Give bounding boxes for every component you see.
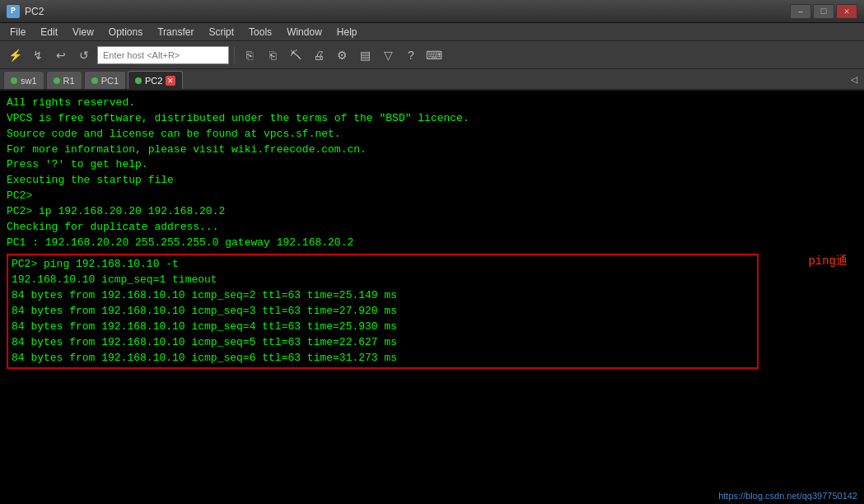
window-controls: – □ ✕ — [790, 4, 857, 19]
ping-line: 84 bytes from 192.168.10.10 icmp_seq=3 t… — [12, 304, 754, 320]
menu-item-view[interactable]: View — [66, 25, 100, 40]
key-button[interactable]: ⌨ — [424, 45, 444, 65]
copy-button[interactable]: ⎘ — [240, 45, 259, 65]
settings-button[interactable]: ⚙ — [332, 45, 352, 65]
terminal-line: All rights reserved. — [7, 96, 857, 111]
tab-pc2[interactable]: PC2✕ — [128, 71, 183, 89]
separator-1 — [234, 47, 235, 63]
menu-item-edit[interactable]: Edit — [34, 25, 64, 40]
terminal-line: Checking for duplicate address... — [7, 220, 857, 236]
tab-pc1[interactable]: PC1 — [84, 71, 126, 89]
refresh-button[interactable]: ↺ — [74, 45, 94, 65]
close-button[interactable]: ✕ — [836, 4, 857, 19]
ping-line: 192.168.10.10 icmp_seq=1 timeout — [12, 273, 754, 288]
tabs-bar: sw1R1PC1PC2✕ ◁ — [0, 69, 864, 91]
terminal[interactable]: All rights reserved.VPCS is free softwar… — [0, 91, 864, 504]
sftp-button[interactable]: ⛏ — [286, 45, 306, 65]
properties-button[interactable]: ▤ — [355, 45, 375, 65]
ping-line: PC2> ping 192.168.10.10 -t — [12, 257, 754, 273]
connect-button[interactable]: ↯ — [28, 45, 48, 65]
tab-status-dot — [11, 77, 17, 84]
minimize-button[interactable]: – — [790, 4, 811, 19]
toolbar: ⚡ ↯ ↩ ↺ ⎘ ⎗ ⛏ 🖨 ⚙ ▤ ▽ ? ⌨ — [0, 41, 864, 69]
terminal-line: Press '?' to get help. — [7, 157, 857, 173]
ping-line: 84 bytes from 192.168.10.10 icmp_seq=6 t… — [12, 351, 754, 366]
host-input[interactable] — [97, 46, 229, 64]
menu-bar: FileEditViewOptionsTransferScriptToolsWi… — [0, 23, 864, 41]
ping-line: 84 bytes from 192.168.10.10 icmp_seq=5 t… — [12, 335, 754, 351]
tab-status-dot — [135, 77, 142, 84]
ping-line: 84 bytes from 192.168.10.10 icmp_seq=4 t… — [12, 320, 754, 335]
terminal-line: PC1 : 192.168.20.20 255.255.255.0 gatewa… — [7, 236, 857, 251]
menu-item-script[interactable]: Script — [202, 25, 241, 40]
tab-r1[interactable]: R1 — [46, 71, 82, 89]
menu-item-file[interactable]: File — [3, 25, 32, 40]
tabs-arrow[interactable]: ◁ — [848, 72, 861, 86]
app-icon: P — [7, 5, 20, 18]
tab-label: PC1 — [101, 76, 119, 86]
ping-section: PC2> ping 192.168.10.10 -t192.168.10.10 … — [7, 252, 857, 369]
ping-box: PC2> ping 192.168.10.10 -t192.168.10.10 … — [7, 254, 759, 369]
back-button[interactable]: ↩ — [51, 45, 71, 65]
title-bar: P PC2 – □ ✕ — [0, 0, 864, 23]
terminal-line: PC2> ip 192.168.20.20 192.168.20.2 — [7, 204, 857, 220]
tab-status-dot — [54, 77, 60, 84]
tab-close-button[interactable]: ✕ — [166, 76, 175, 86]
ping-line: 84 bytes from 192.168.10.10 icmp_seq=2 t… — [12, 288, 754, 304]
watermark: https://blog.csdn.net/qq397750142 — [718, 491, 857, 501]
tab-label: R1 — [63, 76, 75, 86]
terminal-line: Executing the startup file — [7, 173, 857, 189]
tab-label: PC2 — [145, 76, 162, 86]
terminal-line: For more information, please visit wiki.… — [7, 142, 857, 158]
new-button[interactable]: ⚡ — [5, 45, 25, 65]
tabs-container: sw1R1PC1PC2✕ — [3, 71, 184, 89]
title-left: P PC2 — [7, 5, 44, 18]
menu-item-transfer[interactable]: Transfer — [151, 25, 200, 40]
menu-item-options[interactable]: Options — [102, 25, 149, 40]
print-button[interactable]: 🖨 — [309, 45, 329, 65]
help-button[interactable]: ? — [401, 45, 421, 65]
menu-item-window[interactable]: Window — [280, 25, 329, 40]
terminal-line: VPCS is free software, distributed under… — [7, 111, 857, 127]
maximize-button[interactable]: □ — [813, 4, 834, 19]
log-button[interactable]: ▽ — [378, 45, 398, 65]
ping-label: ping通 — [808, 254, 848, 268]
terminal-line: PC2> — [7, 189, 857, 204]
paste-button[interactable]: ⎗ — [263, 45, 283, 65]
menu-item-tools[interactable]: Tools — [242, 25, 278, 40]
terminal-line: Source code and license can be found at … — [7, 127, 857, 142]
menu-item-help[interactable]: Help — [330, 25, 364, 40]
tab-label: sw1 — [21, 76, 37, 86]
window-title: PC2 — [25, 6, 44, 17]
tab-status-dot — [91, 77, 98, 84]
tab-sw1[interactable]: sw1 — [3, 71, 44, 89]
